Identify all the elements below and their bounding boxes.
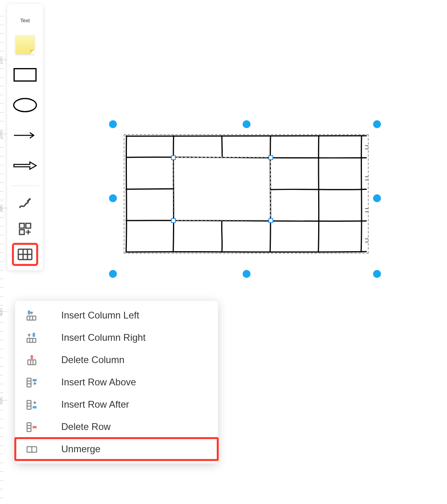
menu-delete-column[interactable]: Delete Column	[15, 349, 218, 371]
row-resize-handle[interactable]	[365, 207, 368, 213]
freehand-icon	[18, 196, 32, 211]
insert-row-above-icon	[25, 375, 39, 389]
menu-insert-row-after[interactable]: Insert Row After	[15, 393, 218, 416]
cell-selection-handle[interactable]	[171, 218, 176, 223]
ruler-label: 100	[0, 57, 4, 64]
ellipse-tool[interactable]	[13, 93, 37, 117]
svg-rect-33	[33, 426, 37, 428]
svg-rect-10	[27, 316, 36, 320]
svg-rect-17	[33, 333, 35, 337]
svg-rect-22	[27, 378, 31, 387]
merged-cell-selection[interactable]	[173, 157, 271, 221]
svg-rect-26	[27, 400, 31, 409]
menu-item-label: Insert Column Left	[61, 310, 139, 321]
insert-column-left-icon	[25, 308, 39, 322]
rectangle-tool[interactable]	[13, 63, 37, 87]
add-frame-icon	[18, 222, 32, 236]
table-context-menu: Insert Column Left Insert Column Right D…	[15, 301, 218, 463]
menu-item-label: Delete Column	[61, 354, 124, 365]
arrow-block-icon	[13, 161, 37, 170]
arrow-block-tool[interactable]	[13, 154, 37, 178]
menu-delete-row[interactable]: Delete Row	[15, 416, 218, 438]
svg-rect-2	[26, 223, 31, 228]
row-resize-handle[interactable]	[365, 144, 368, 150]
delete-column-icon	[25, 353, 39, 367]
insert-column-right-icon	[25, 330, 39, 345]
selection-handle[interactable]	[373, 120, 381, 128]
shape-toolbar: Text	[7, 4, 43, 270]
svg-rect-18	[28, 360, 36, 365]
svg-rect-30	[27, 423, 31, 432]
menu-insert-column-right[interactable]: Insert Column Right	[15, 326, 218, 349]
delete-row-icon	[25, 420, 39, 434]
sticky-note-tool[interactable]	[13, 33, 37, 57]
menu-unmerge[interactable]: Unmerge	[15, 438, 218, 460]
rectangle-icon	[14, 68, 37, 82]
unmerge-icon	[25, 442, 39, 456]
selection-handle[interactable]	[373, 270, 381, 278]
toolbar-divider	[11, 186, 39, 186]
vertical-ruler: 100200300400500	[0, 0, 7, 504]
sticky-note-icon	[16, 35, 35, 54]
menu-item-label: Delete Row	[61, 421, 111, 432]
freehand-tool[interactable]	[13, 194, 37, 213]
insert-row-after-icon	[25, 397, 39, 412]
arrow-line-icon	[13, 131, 37, 139]
text-tool[interactable]: Text	[13, 14, 37, 26]
selection-handle[interactable]	[373, 194, 381, 202]
ruler-label: 400	[0, 308, 4, 316]
selection-handle[interactable]	[109, 270, 117, 278]
svg-rect-13	[28, 311, 30, 315]
row-resize-handle[interactable]	[365, 237, 368, 244]
ruler-label: 200	[0, 131, 4, 139]
selection-handle[interactable]	[109, 120, 117, 128]
add-frame-tool[interactable]	[13, 219, 37, 238]
selection-handle[interactable]	[243, 120, 251, 128]
cell-selection-handle[interactable]	[171, 155, 176, 160]
svg-rect-3	[19, 230, 24, 234]
svg-rect-14	[27, 338, 36, 342]
menu-item-label: Insert Row Above	[61, 377, 136, 388]
menu-item-label: Unmerge	[61, 443, 101, 455]
menu-item-label: Insert Column Right	[61, 332, 146, 343]
svg-rect-25	[33, 379, 37, 381]
ellipse-icon	[13, 98, 37, 112]
cell-selection-handle[interactable]	[268, 155, 273, 160]
svg-rect-1	[19, 223, 24, 228]
arrow-line-tool[interactable]	[13, 123, 37, 147]
row-resize-handle[interactable]	[365, 175, 368, 182]
cell-selection-handle[interactable]	[268, 218, 273, 223]
text-tool-label: Text	[20, 18, 30, 23]
menu-insert-row-above[interactable]: Insert Row Above	[15, 371, 218, 393]
menu-insert-column-left[interactable]: Insert Column Left	[15, 304, 218, 326]
ruler-label: 500	[0, 397, 4, 405]
menu-item-label: Insert Row After	[61, 399, 129, 410]
svg-rect-21	[31, 355, 33, 359]
selection-handle[interactable]	[109, 194, 117, 202]
table-icon	[17, 248, 33, 260]
svg-rect-29	[33, 406, 37, 408]
selection-handle[interactable]	[243, 270, 251, 278]
table-tool[interactable]	[14, 245, 36, 264]
